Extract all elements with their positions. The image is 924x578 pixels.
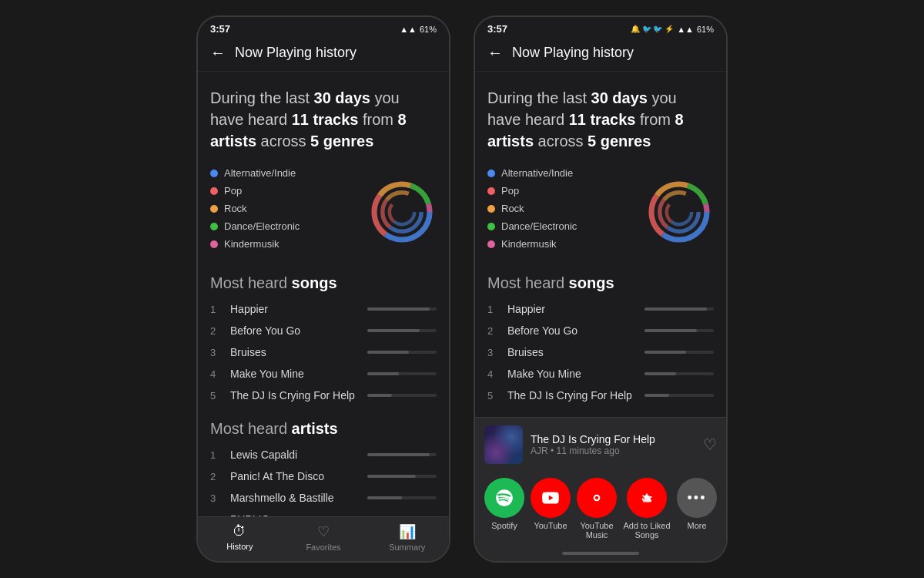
artist-row-1[interactable]: 2 Panic! At The Disco: [210, 470, 437, 482]
phone-left: 3:57 ▲▲ 61% ← Now Playing history During…: [196, 15, 450, 563]
genre-label-0: Alternative/Indie: [224, 167, 296, 179]
stats-days: 30 days: [314, 89, 370, 106]
phone-right: 3:57 🔔 🐦 🐦 ⚡ ▲▲ 61% ← Now Playing histor…: [474, 15, 728, 563]
song-bar-cont-r-1: [644, 329, 714, 332]
song-row-r-2[interactable]: 3 Bruises: [487, 346, 714, 358]
artist-row-2[interactable]: 3 Marshmello & Bastille: [210, 492, 437, 504]
content-left: During the last 30 days you have heard 1…: [198, 72, 449, 516]
stats-text-right: During the last 30 days you have heard 1…: [487, 87, 714, 152]
song-row-1[interactable]: 2 Before You Go: [210, 324, 437, 337]
stats-prefix-r: During the last: [487, 89, 591, 106]
notification-icon: 🔔 🐦 🐦 ⚡: [631, 25, 674, 33]
stats-genres-r: 5 genres: [588, 133, 651, 150]
artist-bar-0: [367, 453, 430, 456]
genre-dot-r-3: [487, 223, 495, 230]
song-bar-cont-r-4: [644, 394, 714, 397]
right-scroll: During the last 30 days you have heard 1…: [475, 72, 726, 464]
song-bar-container-2: [367, 351, 437, 354]
song-name-r-4: The DJ Is Crying For Help: [507, 389, 644, 402]
right-content-area: During the last 30 days you have heard 1…: [475, 72, 726, 561]
song-row-4[interactable]: 5 The DJ Is Crying For Help: [210, 389, 437, 402]
song-name-r-1: Before You Go: [507, 324, 644, 337]
song-name-3: Make You Mine: [230, 368, 367, 380]
song-bar-2: [367, 351, 409, 354]
genre-dot-0: [210, 170, 218, 177]
now-playing-title: The DJ Is Crying For Help: [531, 433, 695, 445]
song-bar-0: [367, 307, 430, 311]
song-num-r-4: 5: [487, 390, 501, 402]
genre-label-1: Pop: [224, 185, 242, 197]
genre-item-r-4: Kindermusik: [487, 238, 637, 250]
spotify-icon: [484, 478, 524, 518]
song-num-r-2: 3: [487, 347, 501, 358]
song-bar-cont-r-0: [644, 307, 714, 311]
status-icons-left: ▲▲ 61%: [400, 25, 437, 34]
song-name-r-2: Bruises: [507, 346, 644, 358]
heart-button[interactable]: ♡: [703, 435, 717, 454]
more-icon: •••: [677, 478, 717, 518]
status-bar-right: 3:57 🔔 🐦 🐦 ⚡ ▲▲ 61%: [475, 17, 726, 38]
share-more[interactable]: ••• More: [677, 478, 717, 539]
header-title-left: Now Playing history: [235, 45, 357, 61]
addlikes-svg: [637, 488, 657, 508]
genre-dot-r-1: [487, 187, 495, 195]
song-num-2: 3: [210, 347, 224, 358]
artist-row-0[interactable]: 1 Lewis Capaldi: [210, 449, 437, 461]
share-youtube[interactable]: YouTube: [531, 478, 571, 539]
song-row-0[interactable]: 1 Happier: [210, 303, 437, 315]
nav-favorites[interactable]: ♡ Favorites: [282, 523, 366, 552]
battery-icon-left: 61%: [420, 25, 437, 34]
song-bar-1: [367, 329, 420, 332]
stats-section-right: During the last 30 days you have heard 1…: [487, 87, 714, 152]
song-bar-r-2: [644, 351, 686, 354]
song-row-3[interactable]: 4 Make You Mine: [210, 368, 437, 380]
song-row-r-4[interactable]: 5 The DJ Is Crying For Help: [487, 389, 714, 402]
song-row-2[interactable]: 3 Bruises: [210, 346, 437, 358]
stats-mid3-r: across: [538, 133, 588, 150]
now-playing-bar[interactable]: The DJ Is Crying For Help AJR • 11 minut…: [475, 418, 726, 472]
addlikes-icon: [627, 478, 667, 518]
share-ytmusic[interactable]: YouTube Music: [577, 478, 617, 539]
svg-point-22: [595, 496, 598, 499]
song-bar-r-1: [644, 329, 697, 332]
song-bar-container-1: [367, 329, 437, 332]
now-playing-subtitle: AJR • 11 minutes ago: [531, 445, 695, 456]
status-icons-right: 🔔 🐦 🐦 ⚡ ▲▲ 61%: [631, 25, 714, 34]
home-indicator: [562, 552, 639, 555]
header-right: ← Now Playing history: [475, 38, 726, 72]
song-row-r-0[interactable]: 1 Happier: [487, 303, 714, 315]
song-row-r-3[interactable]: 4 Make You Mine: [487, 368, 714, 380]
genre-chart-left: Alternative/Indie Pop Rock Dance/Electro…: [210, 167, 437, 256]
genre-label-r-4: Kindermusik: [501, 238, 557, 250]
donut-chart-right: [644, 177, 714, 247]
most-heard-artists-left: Most heard artists 1 Lewis Capaldi 2 Pan…: [210, 420, 437, 516]
nav-summary[interactable]: 📊 Summary: [365, 523, 449, 552]
back-button-left[interactable]: ←: [210, 44, 226, 62]
most-heard-songs-left: Most heard songs 1 Happier 2 Before You …: [210, 274, 437, 402]
song-bar-cont-r-2: [644, 351, 714, 354]
status-time-right: 3:57: [487, 23, 507, 35]
song-name-r-0: Happier: [507, 303, 644, 315]
genre-chart-right: Alternative/Indie Pop Rock Dance/El: [487, 167, 714, 256]
genre-label-r-3: Dance/Electronic: [501, 220, 577, 232]
now-playing-info: The DJ Is Crying For Help AJR • 11 minut…: [531, 433, 695, 456]
back-button-right[interactable]: ←: [487, 44, 503, 62]
genre-item-3: Dance/Electronic: [210, 220, 360, 232]
youtube-icon: [531, 478, 571, 518]
ytmusic-svg: [587, 488, 607, 508]
genre-item-0: Alternative/Indie: [210, 167, 360, 179]
donut-chart-left: [367, 177, 437, 247]
nav-history[interactable]: ⏱ History: [198, 523, 282, 552]
stats-mid3: across: [261, 133, 310, 150]
stats-days-r: 30 days: [591, 89, 648, 106]
nav-history-label: History: [226, 542, 253, 551]
song-num-1: 2: [210, 325, 224, 337]
song-row-r-1[interactable]: 2 Before You Go: [487, 324, 714, 337]
status-time-left: 3:57: [210, 23, 230, 35]
share-spotify[interactable]: Spotify: [484, 478, 524, 539]
status-bar-left: 3:57 ▲▲ 61%: [198, 17, 449, 38]
artist-num-2: 3: [210, 492, 224, 504]
youtube-label: YouTube: [534, 521, 567, 530]
song-name-4: The DJ Is Crying For Help: [230, 389, 367, 402]
share-addlikes[interactable]: Add to Liked Songs: [623, 478, 671, 539]
